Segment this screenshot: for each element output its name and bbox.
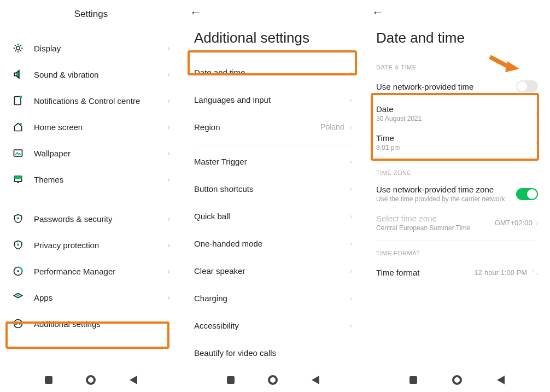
svg-line-7: [15, 50, 16, 51]
svg-point-20: [17, 270, 19, 272]
row-additional-settings[interactable]: Additional settings ›: [0, 311, 182, 337]
row-date-time[interactable]: Date and time ›: [182, 58, 364, 86]
chevron-right-icon: ›: [350, 321, 352, 330]
chevron-right-icon: ›: [350, 267, 352, 275]
nav-home[interactable]: [86, 375, 96, 385]
row-label: Quick ball: [194, 212, 350, 221]
nav-back[interactable]: [496, 375, 506, 385]
row-label: Select time zone: [376, 214, 495, 223]
chevron-right-icon: ›: [536, 109, 538, 118]
svg-rect-15: [14, 176, 21, 179]
section-date-time: DATE & TIME: [364, 58, 550, 74]
row-sublabel: Central European Summer Time: [376, 224, 495, 232]
page-title: Date and time: [364, 23, 550, 58]
back-icon[interactable]: ←: [190, 5, 202, 20]
row-performance[interactable]: Performance Manager ›: [0, 258, 182, 284]
nav-back[interactable]: [311, 375, 320, 385]
row-label: Clear speaker: [194, 266, 350, 276]
row-quick-ball[interactable]: Quick ball›: [182, 202, 364, 230]
toggle-network-time[interactable]: [516, 80, 538, 92]
section-timezone: TIME ZONE: [364, 164, 550, 179]
row-label: Sound & vibration: [34, 70, 167, 79]
row-network-time[interactable]: Use network-provided time: [364, 74, 550, 99]
row-privacy[interactable]: Privacy protection ›: [0, 232, 182, 258]
section-format: TIME FORMAT: [364, 244, 550, 260]
chevron-right-icon: ›: [350, 123, 352, 131]
nav-home[interactable]: [268, 375, 278, 385]
nav-recents[interactable]: [44, 375, 54, 385]
svg-line-6: [20, 50, 21, 51]
row-value: 30 August 2021: [376, 115, 536, 122]
row-master-trigger[interactable]: Master Trigger›: [182, 148, 364, 175]
toggle-network-timezone[interactable]: [516, 188, 538, 200]
divider: [376, 160, 538, 161]
row-passwords[interactable]: Passwords & security ›: [0, 206, 182, 232]
row-label: Use network-provided time: [376, 82, 516, 91]
themes-icon: [12, 173, 24, 185]
svg-point-24: [19, 323, 21, 324]
row-charging[interactable]: Charging›: [182, 284, 364, 312]
row-home[interactable]: Home screen ›: [0, 114, 182, 140]
chevron-right-icon: ›: [350, 96, 352, 104]
row-accessibility[interactable]: Accessibility›: [182, 312, 364, 339]
wallpaper-icon: [12, 147, 24, 159]
row-beautify[interactable]: Beautify for video calls: [182, 339, 364, 366]
row-time-format[interactable]: Time format 12-hour 1:00 PM ⌃⌄: [364, 260, 550, 285]
nav-back[interactable]: [128, 375, 138, 385]
divider: [376, 241, 538, 241]
row-clear-speaker[interactable]: Clear speaker›: [182, 257, 364, 284]
apps-icon: [12, 291, 24, 303]
chevron-updown-icon: ⌃⌄: [530, 269, 538, 276]
chevron-right-icon: ›: [167, 149, 170, 157]
row-one-handed[interactable]: One-handed mode›: [182, 230, 364, 257]
row-notifications[interactable]: Notifications & Control centre ›: [0, 87, 182, 114]
row-value: Poland: [320, 122, 344, 131]
back-icon[interactable]: ←: [372, 5, 384, 20]
nav-home[interactable]: [452, 375, 462, 385]
row-sublabel: Use the time provided by the carrier net…: [376, 195, 516, 203]
row-value: 12-hour 1:00 PM: [474, 268, 527, 277]
row-label: Use network-provided time zone: [376, 185, 516, 194]
svg-point-23: [15, 323, 17, 325]
sound-icon: [12, 68, 24, 80]
android-navbar: [182, 368, 364, 392]
row-sound[interactable]: Sound & vibration ›: [0, 61, 182, 87]
chevron-right-icon: ›: [350, 157, 352, 166]
row-date[interactable]: Date 30 August 2021 ›: [364, 99, 550, 128]
page-title: Additional settings: [182, 23, 364, 58]
additional-settings-icon: [12, 318, 24, 330]
row-value: GMT+02:00: [495, 219, 533, 227]
row-network-timezone[interactable]: Use network-provided time zone Use the t…: [364, 179, 550, 208]
row-label: Wallpaper: [34, 149, 167, 158]
chevron-right-icon: ›: [536, 219, 538, 227]
row-time[interactable]: Time 3:01 pm ›: [364, 128, 550, 157]
row-themes[interactable]: Themes ›: [0, 166, 182, 192]
row-button-shortcuts[interactable]: Button shortcuts›: [182, 175, 364, 202]
row-display[interactable]: Display ›: [0, 35, 182, 61]
chevron-right-icon: ›: [167, 319, 170, 328]
row-wallpaper[interactable]: Wallpaper ›: [0, 140, 182, 166]
nav-recents[interactable]: [226, 375, 236, 385]
row-label: Region: [194, 122, 320, 132]
row-label: One-handed mode: [194, 239, 350, 248]
svg-point-9: [19, 46, 20, 48]
chevron-right-icon: ›: [167, 44, 170, 52]
row-label: Date: [376, 104, 536, 114]
chevron-right-icon: ›: [350, 185, 352, 193]
row-apps[interactable]: Apps ›: [0, 284, 182, 311]
performance-icon: [12, 265, 24, 277]
row-region[interactable]: Region Poland ›: [182, 113, 364, 141]
row-label: Languages and input: [194, 95, 350, 104]
header: ←: [182, 0, 364, 23]
header: ←: [364, 0, 550, 23]
row-languages[interactable]: Languages and input ›: [182, 86, 364, 113]
nav-recents[interactable]: [408, 375, 418, 385]
row-value: 3:01 pm: [376, 144, 536, 151]
svg-rect-18: [17, 244, 19, 246]
row-label: Notifications & Control centre: [34, 96, 167, 106]
screen-additional-settings: ← Additional settings Date and time › La…: [182, 0, 364, 392]
chevron-right-icon: ›: [167, 122, 170, 131]
display-icon: [12, 42, 24, 54]
chevron-right-icon: ›: [350, 212, 352, 220]
notifications-icon: [12, 95, 24, 107]
